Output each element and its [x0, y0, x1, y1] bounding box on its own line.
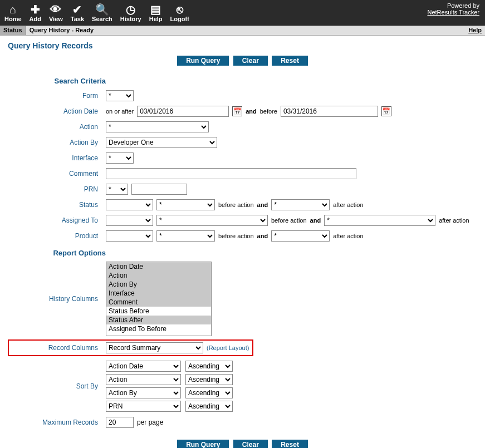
main-toolbar: ⌂Home ✚Add 👁View ✔Task 🔍Search ◷History …: [0, 0, 485, 26]
assigned-before-op[interactable]: [106, 215, 153, 226]
task-button[interactable]: ✔Task: [71, 3, 84, 22]
comment-input[interactable]: [106, 168, 356, 179]
product-after-val[interactable]: *: [271, 230, 330, 242]
page-title: Query History Records: [8, 41, 477, 50]
record-columns-label: Record Columns: [9, 344, 106, 352]
eye-icon: 👁: [50, 3, 61, 16]
house-icon: ⌂: [9, 3, 16, 16]
action-label: Action: [8, 123, 106, 131]
action-by-label: Action By: [8, 139, 106, 146]
sort-dir-1[interactable]: Ascending: [185, 361, 233, 372]
product-and-text: and: [257, 233, 268, 239]
product-before-op[interactable]: [106, 230, 153, 242]
prn-label: PRN: [8, 185, 106, 193]
search-button[interactable]: 🔍Search: [92, 3, 112, 22]
interface-select[interactable]: *: [106, 152, 134, 164]
calendar-icon[interactable]: 📅: [232, 106, 242, 116]
logoff-button[interactable]: ⎋Logoff: [170, 3, 189, 22]
sort-dir-2[interactable]: Ascending: [185, 374, 233, 385]
listbox-option[interactable]: Action: [106, 271, 211, 280]
status-text: Query History - Ready: [26, 26, 466, 35]
clock-icon: ◷: [126, 3, 135, 16]
status-chip: Status: [0, 26, 26, 35]
history-columns-label: History Columns: [8, 295, 106, 303]
record-columns-select[interactable]: Record Summary: [106, 342, 203, 353]
sort-field-1[interactable]: Action Date: [106, 361, 181, 372]
powered-by-text: Powered by: [427, 2, 479, 9]
status-after-val[interactable]: *: [271, 199, 330, 210]
assigned-after-val[interactable]: *: [324, 215, 435, 226]
action-select[interactable]: *: [106, 121, 209, 132]
date-to-input[interactable]: [281, 106, 378, 117]
check-icon: ✔: [72, 3, 82, 16]
status-before-val[interactable]: *: [156, 199, 215, 210]
sort-grid: Action Date Ascending Action Ascending A…: [106, 361, 233, 412]
prn-op-select[interactable]: *: [106, 184, 128, 195]
status-bar: Status Query History - Ready Help: [0, 26, 485, 36]
form-select[interactable]: *: [106, 90, 134, 101]
assigned-after-text: after action: [439, 217, 469, 224]
date-and-text: and: [246, 108, 257, 115]
clear-button[interactable]: Clear: [233, 440, 268, 448]
action-date-label: Action Date: [8, 107, 106, 115]
date-from-input[interactable]: [137, 106, 229, 117]
toolbar-branding: Powered by NetResults Tracker: [427, 2, 479, 16]
status-label: Status: [8, 201, 106, 209]
history-button[interactable]: ◷History: [120, 3, 141, 22]
listbox-option[interactable]: Comment: [106, 298, 211, 307]
listbox-option[interactable]: Action Date: [106, 262, 211, 271]
max-records-label: Maximum Records: [8, 419, 106, 426]
book-icon: ▤: [150, 3, 161, 16]
status-before-op[interactable]: [106, 199, 153, 210]
sort-field-2[interactable]: Action: [106, 374, 181, 385]
sort-field-3[interactable]: Action By: [106, 387, 181, 398]
bottom-button-row: Run Query Clear Reset: [8, 440, 477, 448]
comment-label: Comment: [8, 170, 106, 178]
listbox-option[interactable]: Action By: [106, 280, 211, 289]
listbox-option[interactable]: Assigned To Before: [106, 324, 211, 333]
interface-label: Interface: [8, 154, 106, 162]
history-columns-listbox[interactable]: Action DateActionAction ByInterfaceComme…: [106, 262, 212, 336]
sort-by-label: Sort By: [8, 382, 106, 390]
listbox-option[interactable]: Status Before: [106, 307, 211, 316]
status-and-text: and: [257, 201, 268, 208]
prn-input[interactable]: [131, 184, 187, 195]
run-query-button[interactable]: Run Query: [177, 440, 229, 448]
assigned-before-text: before action: [271, 217, 307, 224]
toolbar-items: ⌂Home ✚Add 👁View ✔Task 🔍Search ◷History …: [4, 3, 189, 22]
reset-button[interactable]: Reset: [272, 440, 308, 448]
clear-button[interactable]: Clear: [233, 56, 268, 66]
per-page-text: per page: [137, 419, 163, 426]
add-button[interactable]: ✚Add: [30, 3, 41, 22]
status-before-text: before action: [218, 201, 254, 208]
run-query-button[interactable]: Run Query: [177, 56, 229, 66]
calendar-icon[interactable]: 📅: [381, 106, 391, 116]
status-help-link[interactable]: Help: [465, 26, 485, 35]
search-criteria-heading: Search Criteria: [8, 73, 106, 90]
reset-button[interactable]: Reset: [272, 56, 308, 66]
form-label: Form: [8, 92, 106, 100]
report-layout-link[interactable]: (Report Layout): [207, 344, 249, 351]
product-link[interactable]: NetResults Tracker: [427, 9, 479, 16]
product-before-val[interactable]: *: [156, 230, 215, 242]
listbox-option[interactable]: Interface: [106, 289, 211, 298]
before-text: before: [260, 108, 277, 115]
listbox-option[interactable]: Status After: [106, 316, 211, 324]
assigned-before-val[interactable]: *: [156, 215, 268, 226]
status-after-text: after action: [333, 201, 363, 208]
on-or-after-text: on or after: [106, 108, 134, 115]
sort-dir-3[interactable]: Ascending: [185, 387, 233, 398]
action-by-select[interactable]: Developer One: [106, 137, 217, 148]
report-options-heading: Report Options: [8, 245, 106, 262]
sort-field-4[interactable]: PRN: [106, 401, 181, 412]
page-body: Query History Records Run Query Clear Re…: [0, 36, 485, 448]
record-columns-highlight: Record Columns Record Summary (Report La…: [8, 339, 253, 356]
max-records-input[interactable]: [106, 417, 134, 428]
sort-dir-4[interactable]: Ascending: [185, 401, 233, 412]
product-after-text: after action: [333, 233, 363, 239]
help-button[interactable]: ▤Help: [149, 3, 163, 22]
view-button[interactable]: 👁View: [49, 3, 63, 22]
assigned-and-text: and: [310, 217, 321, 224]
top-button-row: Run Query Clear Reset: [8, 56, 477, 66]
home-button[interactable]: ⌂Home: [4, 3, 22, 22]
